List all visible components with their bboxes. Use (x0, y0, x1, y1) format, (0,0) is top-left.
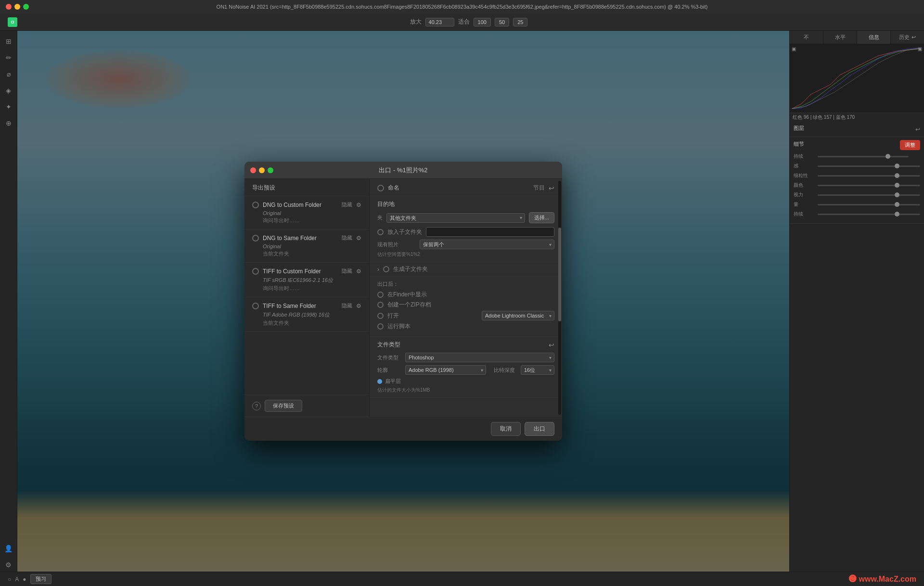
export-button[interactable]: 出口 (525, 422, 554, 436)
slider-5[interactable] (818, 194, 920, 196)
tool-icon-6[interactable]: ⊕ (2, 116, 15, 130)
presets-header: 导出预设 (244, 179, 369, 196)
tool-icon-5[interactable]: ✦ (2, 100, 15, 114)
preset-tiff-custom[interactable]: TIFF to Custom Folder 隐藏 ⚙ TIF sRGB IEC6… (244, 263, 369, 297)
preset-2-radio[interactable] (252, 235, 259, 242)
modal-close-button[interactable] (250, 167, 256, 173)
bottom-circle-icon[interactable]: ○ (8, 576, 11, 583)
minimize-button[interactable] (14, 4, 20, 10)
naming-reset-icon[interactable]: ↩ (549, 184, 554, 192)
zoom-input[interactable] (425, 18, 454, 26)
slider-row-4: 颜色 (794, 182, 920, 189)
tool-icon-1[interactable]: ⊞ (2, 35, 15, 48)
content-area: 出口 - %1照片%2 导出预设 DNG to Custom Folder 隐藏 (17, 31, 789, 572)
slider-3[interactable] (818, 175, 920, 177)
flatten-indicator (377, 379, 382, 384)
zoom-25-btn[interactable]: 25 (513, 18, 527, 26)
preset-tiff-same[interactable]: TIFF to Same Folder 隐藏 ⚙ TIF Adobe RGB (… (244, 297, 369, 332)
help-button[interactable]: ? (252, 402, 261, 410)
space-estimate: 估计空间需要%1%2 (377, 251, 554, 258)
cancel-button[interactable]: 取消 (491, 422, 521, 436)
slider-1-label: 持续 (794, 153, 818, 160)
right-panel-header: 命名 节目 ↩ (370, 179, 562, 196)
existing-select[interactable]: 保留两个 (420, 240, 554, 249)
zoom-50-btn[interactable]: 50 (495, 18, 509, 26)
tab-xinxi[interactable]: 信息 (857, 31, 891, 44)
after-script-radio[interactable] (377, 323, 384, 330)
bit-depth-select[interactable]: 16位 (521, 365, 554, 375)
naming-radio[interactable] (377, 185, 384, 191)
preset-dng-same[interactable]: DNG to Same Folder 隐藏 ⚙ Original 当前文件夹 (244, 229, 369, 263)
preset-2-name: DNG to Same Folder (263, 235, 338, 242)
modal-minimize-button[interactable] (259, 167, 265, 173)
naming-label: 命名 (388, 184, 399, 192)
preset-1-radio[interactable] (252, 202, 259, 208)
profile-select[interactable]: Adobe RGB (1998) (405, 365, 486, 375)
folder-select-wrapper: 其他文件夹 (386, 213, 525, 223)
gen-chevron-icon[interactable]: › (377, 266, 379, 273)
window-controls[interactable] (6, 4, 29, 10)
slider-4-label: 颜色 (794, 182, 818, 189)
preset-4-gear-icon[interactable]: ⚙ (356, 303, 361, 309)
filetype-select-wrapper: Photoshop (405, 353, 554, 362)
close-button[interactable] (6, 4, 12, 10)
slider-row-5: 视力 (794, 191, 920, 198)
fit-label: 适合 (458, 18, 470, 26)
preset-3-radio[interactable] (252, 268, 259, 275)
preset-1-hide[interactable]: 隐藏 (342, 201, 352, 208)
preset-4-hide[interactable]: 隐藏 (342, 302, 352, 309)
modal-right-panel: 命名 节目 ↩ 目的地 夹 (370, 179, 562, 417)
scrollbar-thumb[interactable] (558, 228, 561, 321)
watermark-icon: 🅩 (849, 575, 859, 583)
modal-window-controls[interactable] (250, 167, 273, 173)
slider-3-label: 细粒性 (794, 172, 818, 179)
zoom-100-btn[interactable]: 100 (474, 18, 491, 26)
tool-icon-user[interactable]: 👤 (2, 542, 15, 555)
flatten-label: 扁平层 (385, 378, 401, 385)
filetype-reset-icon[interactable]: ↩ (549, 341, 554, 349)
slider-4[interactable] (818, 185, 920, 186)
tab-bu[interactable]: 不 (790, 31, 823, 44)
adjust-button[interactable]: 调整 (900, 140, 920, 150)
scrollbar-track[interactable] (558, 181, 561, 415)
slider-2[interactable] (818, 166, 920, 167)
tool-icon-4[interactable]: ◈ (2, 84, 15, 97)
preset-1-name: DNG to Custom Folder (263, 202, 338, 208)
preset-3-hide[interactable]: 隐藏 (342, 268, 352, 275)
tool-icon-2[interactable]: ✏ (2, 51, 15, 64)
after-export-title: 出口后： (377, 280, 554, 288)
preset-dng-custom[interactable]: DNG to Custom Folder 隐藏 ⚙ Original 询问导出时… (244, 196, 369, 229)
after-zip-radio[interactable] (377, 302, 384, 308)
tool-icon-3[interactable]: ⌀ (2, 67, 15, 81)
tab-shuiping[interactable]: 水平 (823, 31, 857, 44)
modal-maximize-button[interactable] (268, 167, 273, 173)
preset-2-hide[interactable]: 隐藏 (342, 234, 352, 242)
after-open-radio[interactable] (377, 313, 384, 319)
maximize-button[interactable] (23, 4, 29, 10)
preset-3-gear-icon[interactable]: ⚙ (356, 268, 361, 275)
preset-1-gear-icon[interactable]: ⚙ (356, 202, 361, 208)
slider-1[interactable] (818, 156, 909, 157)
bottom-dot-icon[interactable]: ● (23, 576, 26, 583)
slider-6[interactable] (818, 204, 920, 205)
save-preset-button[interactable]: 保存预设 (265, 400, 302, 412)
folder-select[interactable]: 其他文件夹 (386, 213, 525, 223)
after-finder-radio[interactable] (377, 292, 384, 298)
tool-icon-settings[interactable]: ⚙ (2, 558, 15, 572)
preset-4-radio[interactable] (252, 303, 259, 309)
naming-jie: 节目 (533, 184, 545, 192)
preview-button[interactable]: 预习 (30, 574, 51, 584)
histogram-svg (792, 46, 921, 109)
subfolder-radio[interactable] (377, 229, 384, 235)
slider-7[interactable] (818, 214, 920, 215)
layers-reset-icon[interactable]: ↩ (915, 126, 920, 133)
preset-2-sub2: 当前文件夹 (252, 250, 361, 257)
tab-lishi[interactable]: 历史 ↩ (891, 31, 924, 44)
subfolder-input[interactable] (426, 227, 554, 237)
choose-folder-button[interactable]: 选择... (529, 212, 554, 223)
bottom-text-icon[interactable]: A (15, 576, 19, 583)
open-app-select[interactable]: Adobe Lightroom Classic (482, 311, 554, 320)
gen-subfolder-radio[interactable] (383, 266, 389, 272)
preset-2-gear-icon[interactable]: ⚙ (356, 235, 361, 242)
filetype-select[interactable]: Photoshop (405, 353, 554, 362)
